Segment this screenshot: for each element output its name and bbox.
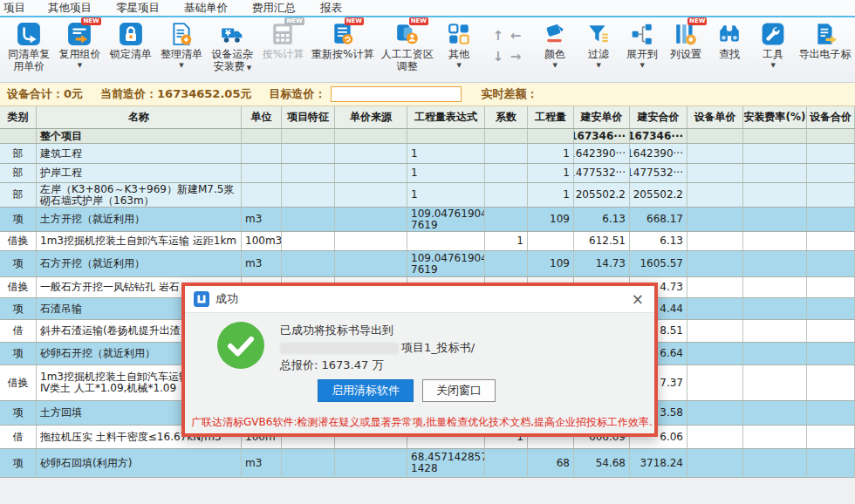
table-row[interactable]: 项土方开挖（就近利用）m3109.04761904 76191096.13668… [0, 208, 855, 232]
cell-build-total-price[interactable]: 668.17 [630, 208, 687, 231]
menu-item-6[interactable]: 报表 [308, 1, 354, 16]
cell-qty-expression[interactable]: 1 [407, 164, 485, 182]
cell-device-total-price[interactable] [807, 232, 855, 250]
cell-price-source[interactable] [335, 251, 407, 276]
cell-build-total-price[interactable]: 1642390··· [630, 144, 687, 163]
cell-category[interactable]: 项 [0, 343, 37, 364]
cell-qty-expression[interactable] [407, 129, 485, 143]
cell-feature[interactable] [282, 183, 335, 207]
table-row[interactable]: 项砂卵石回填(利用方)m368.457142857 14286854.68371… [0, 449, 855, 478]
cell-unit[interactable]: m3 [242, 449, 282, 477]
move-left-icon[interactable]: ← [510, 28, 522, 44]
cell-device-total-price[interactable] [807, 129, 855, 143]
column-header-build-unit-price[interactable]: 建安单价 [574, 106, 630, 128]
cell-qty-expression[interactable] [407, 232, 485, 250]
cell-category[interactable]: 项 [0, 208, 37, 231]
cell-device-unit-price[interactable] [687, 144, 743, 163]
cell-install-rate[interactable] [743, 183, 807, 207]
cell-name[interactable]: 1m3挖掘机挖装土自卸汽车运输 运距1km [37, 232, 242, 250]
cell-build-unit-price[interactable]: 1642390··· [574, 144, 630, 163]
cell-unit[interactable]: m3 [242, 251, 282, 276]
cell-install-rate[interactable] [743, 365, 807, 400]
column-header-device-total-price[interactable]: 设备合价 [807, 106, 855, 128]
cell-device-unit-price[interactable] [687, 251, 743, 276]
column-header-price-source[interactable]: 单价来源 [335, 106, 407, 128]
cell-category[interactable]: 借换 [0, 277, 37, 297]
cell-device-total-price[interactable] [807, 365, 855, 400]
cell-device-total-price[interactable] [807, 426, 855, 448]
cell-device-unit-price[interactable] [687, 232, 743, 250]
cell-feature[interactable] [282, 251, 335, 276]
cell-category[interactable]: 部 [0, 164, 37, 182]
cell-device-unit-price[interactable] [687, 320, 743, 342]
toolbar-equipment-freight-install[interactable]: ¥设备运杂安装费▼ [207, 22, 257, 74]
cell-qty-expression[interactable]: 109.04761904 7619 [407, 251, 485, 276]
cell-feature[interactable] [282, 208, 335, 231]
cell-category[interactable]: 借 [0, 426, 37, 448]
cell-install-rate[interactable] [743, 401, 807, 425]
cell-feature[interactable] [282, 232, 335, 250]
move-down-icon[interactable]: ↓ [493, 49, 504, 65]
cell-install-rate[interactable] [743, 129, 807, 143]
table-row[interactable]: 部左岸（K3+806～K3+969）新建M7.5浆砌石墙式护岸（163m）112… [0, 183, 855, 208]
menu-item-3[interactable]: 零星项目 [104, 1, 172, 16]
move-right-icon[interactable]: → [510, 49, 522, 65]
move-up-icon[interactable]: ↑ [493, 28, 504, 44]
cell-qty-expression[interactable]: 109.04761904 7619 [407, 208, 485, 231]
cell-coefficient[interactable] [485, 449, 528, 477]
toolbar-recalc-by-percent[interactable]: NEW重新按%计算 [308, 22, 377, 60]
cell-build-unit-price[interactable]: 54.68 [574, 449, 630, 477]
cell-device-unit-price[interactable] [687, 277, 743, 297]
cell-category[interactable]: 项 [0, 449, 37, 477]
cell-quantity[interactable]: 68 [528, 449, 574, 477]
cell-device-unit-price[interactable] [687, 401, 743, 425]
menu-item-1[interactable]: 项目 [2, 1, 36, 16]
cell-build-unit-price[interactable]: 14.73 [574, 251, 630, 276]
cell-device-unit-price[interactable] [687, 343, 743, 364]
cell-category[interactable]: 项 [0, 298, 37, 319]
cell-device-total-price[interactable] [807, 298, 855, 319]
cell-category[interactable]: 项 [0, 401, 37, 425]
cell-build-total-price[interactable]: 205502.2 [630, 183, 687, 207]
menu-item-2[interactable]: 其他项目 [36, 1, 104, 16]
cell-build-total-price[interactable]: 1477532··· [630, 164, 687, 182]
cell-device-unit-price[interactable] [687, 426, 743, 448]
cell-quantity[interactable]: 1 [528, 183, 574, 207]
toolbar-column-settings[interactable]: NEW列设置 [664, 22, 708, 60]
open-qingbiao-button[interactable]: 启用清标软件 [318, 379, 414, 402]
cell-category[interactable]: 借换 [0, 232, 37, 250]
cell-build-unit-price[interactable]: 612.51 [574, 232, 630, 250]
menu-item-5[interactable]: 费用汇总 [240, 1, 308, 16]
cell-coefficient[interactable] [485, 129, 528, 143]
menu-item-4[interactable]: 基础单价 [172, 1, 240, 16]
cell-feature[interactable] [282, 449, 335, 477]
cell-price-source[interactable] [335, 144, 407, 163]
toolbar-filter[interactable]: 过滤▼ [577, 22, 620, 70]
cell-price-source[interactable] [335, 183, 407, 207]
cell-build-unit-price[interactable]: 205502.2 [574, 183, 630, 207]
cell-device-unit-price[interactable] [687, 164, 743, 182]
cell-feature[interactable] [282, 164, 335, 182]
cell-install-rate[interactable] [743, 449, 807, 477]
cell-device-total-price[interactable] [807, 277, 855, 297]
cell-install-rate[interactable] [743, 426, 807, 448]
cell-qty-expression[interactable]: 1 [407, 183, 485, 207]
cell-category[interactable]: 部 [0, 144, 37, 163]
cell-qty-expression[interactable]: 68.457142857 1428 [407, 449, 485, 477]
cell-device-total-price[interactable] [807, 208, 855, 231]
column-header-category[interactable]: 类别 [0, 106, 37, 128]
cell-coefficient[interactable] [485, 251, 528, 276]
cell-unit[interactable]: 100m3 [242, 232, 282, 250]
toolbar-lock-list[interactable]: 锁定清单 [106, 22, 156, 60]
toolbar-same-list-reuse-price[interactable]: 同清单复用单价 [3, 22, 54, 72]
cell-qty-expression[interactable]: 1 [407, 144, 485, 163]
cell-unit[interactable]: m3 [242, 208, 282, 231]
cell-coefficient[interactable] [485, 144, 528, 163]
cell-category[interactable] [0, 129, 37, 143]
cell-name[interactable]: 左岸（K3+806～K3+969）新建M7.5浆砌石墙式护岸（163m） [37, 183, 242, 207]
cell-quantity[interactable]: 109 [528, 251, 574, 276]
cell-device-total-price[interactable] [807, 401, 855, 425]
cell-build-total-price[interactable]: 1605.57 [630, 251, 687, 276]
table-row[interactable]: 部建筑工程111642390···1642390··· [0, 144, 855, 164]
cell-device-unit-price[interactable] [687, 365, 743, 400]
